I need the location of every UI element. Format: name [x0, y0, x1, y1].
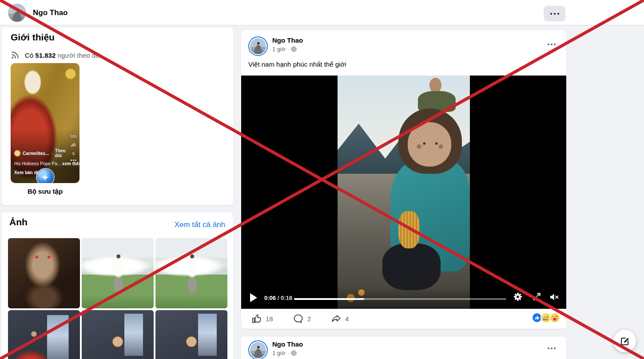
reel-sound-orb-icon [37, 169, 54, 183]
post-more-icon[interactable] [548, 44, 556, 45]
reel-see-more-link[interactable]: xem thêm [62, 161, 80, 166]
reel-follow-button[interactable]: Theo dõi [55, 148, 72, 158]
post-2-header: Ngo Thao 1 giờ · [248, 340, 303, 359]
post-author-name[interactable]: Ngo Thao [272, 36, 303, 44]
video-time: 0:06 / 0:18 [264, 295, 292, 301]
reel-more-icon[interactable] [71, 160, 76, 161]
globe-privacy-icon [291, 350, 297, 356]
profile-avatar[interactable] [8, 4, 26, 22]
share-arrow-icon [330, 313, 342, 324]
followers-signal-icon [11, 51, 20, 60]
post-1-header: Ngo Thao 1 giờ · [248, 36, 303, 56]
photo-grid [8, 238, 228, 359]
reel-account-avatar [14, 150, 20, 156]
play-icon[interactable] [250, 293, 257, 302]
followers-text: Có 51.832 người theo dõi [25, 52, 101, 59]
care-reaction-icon [549, 312, 560, 323]
post-author-avatar[interactable] [248, 36, 268, 56]
engagement-row: 18 2 4 [241, 309, 566, 329]
intro-card: Giới thiệu Có 51.832 người theo dõi Carm… [1, 28, 233, 205]
reaction-badges[interactable] [533, 312, 560, 323]
comment-button[interactable]: 2 [293, 313, 311, 324]
comment-count: 2 [307, 315, 311, 323]
post-more-icon[interactable] [548, 347, 556, 349]
video-player[interactable]: 0:06 / 0:18 [241, 76, 566, 309]
facebook-profile-page: Ngo Thao Giới thiệu Có 51.832 người theo… [0, 0, 644, 359]
globe-privacy-icon [291, 46, 297, 52]
intro-title: Giới thiệu [11, 32, 55, 43]
reel-action-rail: 161 5 [70, 134, 77, 161]
video-child-figure [408, 122, 451, 167]
collection-caption: Bộ sưu tập [11, 187, 80, 195]
post-2: Ngo Thao 1 giờ · [241, 337, 566, 359]
compose-button[interactable] [613, 330, 636, 352]
like-thumb-icon [251, 313, 262, 324]
video-progress-fill [294, 298, 364, 300]
photos-card: Ảnh Xem tất cả ảnh [1, 212, 233, 359]
post-time[interactable]: 1 giờ [272, 350, 286, 356]
reel-account-name[interactable]: Carmelites... [23, 151, 49, 156]
post-text: Việt nam hạnh phúc nhất thế giới [248, 60, 346, 68]
like-button[interactable]: 18 [251, 313, 273, 324]
see-all-photos-link[interactable]: Xem tất cả ảnh [175, 220, 225, 229]
photo-thumb-2[interactable] [82, 238, 154, 308]
collection-reel-thumbnail[interactable]: Carmelites... · Theo dõi His Holiness Po… [11, 63, 80, 183]
reel-share-icon[interactable] [71, 142, 76, 148]
video-man-figure [414, 78, 459, 111]
reel-like-count[interactable]: 161 [70, 134, 77, 139]
comment-bubble-icon [293, 313, 304, 324]
reel-caption: His Holiness Pope Pa... xem thêm [14, 161, 80, 166]
post-meta: 1 giờ · [272, 46, 303, 52]
reel-share-count[interactable]: 5 [72, 152, 75, 156]
top-bar: Ngo Thao [0, 0, 644, 25]
photo-thumb-4[interactable] [8, 310, 80, 359]
photo-thumb-1[interactable] [8, 238, 80, 308]
profile-name: Ngo Thao [33, 8, 68, 17]
post-author-name[interactable]: Ngo Thao [272, 340, 303, 348]
photos-title: Ảnh [9, 217, 28, 227]
muted-volume-icon[interactable] [549, 292, 559, 302]
photo-thumb-6[interactable] [155, 310, 227, 359]
post-time[interactable]: 1 giờ [272, 46, 286, 52]
video-control-bar: 0:06 / 0:18 [241, 287, 566, 309]
share-count: 4 [345, 315, 349, 323]
compose-pencil-icon [620, 336, 630, 347]
video-frame [338, 76, 470, 309]
fullscreen-icon[interactable] [532, 292, 541, 301]
video-progress-bar[interactable] [294, 298, 506, 300]
photo-thumb-3[interactable] [155, 238, 227, 308]
settings-gear-icon[interactable] [513, 292, 523, 302]
post-meta: 1 giờ · [272, 350, 303, 356]
profile-more-button[interactable] [544, 6, 565, 21]
share-button[interactable]: 4 [330, 313, 349, 324]
post-author-avatar[interactable] [248, 340, 268, 359]
reel-account-row: Carmelites... · Theo dõi [14, 148, 72, 158]
photo-thumb-5[interactable] [82, 310, 154, 359]
followers-row: Có 51.832 người theo dõi [11, 51, 101, 60]
post-1: Ngo Thao 1 giờ · Việt nam hạnh phúc nhất… [241, 30, 566, 329]
like-count: 18 [266, 315, 273, 323]
